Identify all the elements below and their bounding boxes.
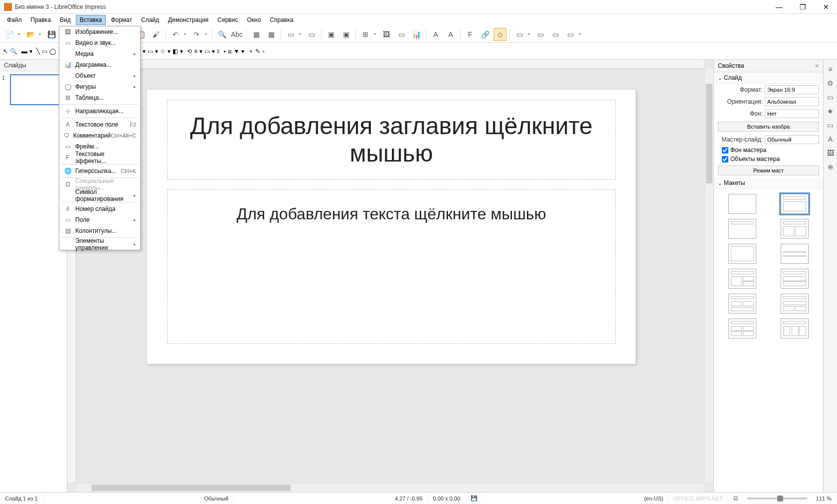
horizontal-scrollbar[interactable] — [76, 483, 703, 492]
slide-canvas[interactable]: Для добавления заглавия щёлкните мышью Д… — [147, 90, 636, 364]
stars-tool[interactable]: ☆ — [160, 48, 166, 55]
menu-insert[interactable]: Вставка — [76, 15, 106, 25]
layout-3[interactable] — [728, 219, 756, 239]
master-slide-button[interactable]: ▭ — [305, 28, 318, 41]
start-current-button[interactable]: ▣ — [339, 28, 352, 41]
duplicate-slide-button[interactable]: ▭ — [534, 28, 547, 41]
open-button[interactable]: 📂 — [24, 28, 37, 41]
redo-button[interactable]: ↷ — [190, 28, 203, 41]
crop-button[interactable]: ⧈ — [228, 48, 232, 55]
layout-7[interactable] — [728, 269, 756, 289]
distribute-tool[interactable]: ⫴ — [217, 48, 219, 55]
sidebar-styles-icon[interactable]: A — [825, 134, 836, 145]
menu-insert-slidenum[interactable]: #Номер слайда — [59, 203, 140, 214]
layout-12[interactable] — [781, 319, 809, 338]
zoom-tool[interactable]: 🔍 — [10, 48, 17, 55]
menu-insert-formatmark[interactable]: Символ форматирования▸ — [59, 190, 140, 201]
display-views-button[interactable]: ▭ — [284, 28, 297, 41]
content-placeholder[interactable]: Для добавления текста щёлкните мышью — [167, 189, 616, 344]
vertical-scrollbar[interactable] — [704, 69, 713, 482]
select-tool[interactable]: ↖ — [3, 48, 8, 55]
status-save-icon[interactable]: 💾 — [466, 495, 483, 502]
layout-5[interactable] — [728, 244, 756, 264]
menu-file[interactable]: Файл — [3, 15, 26, 25]
rotate-tool[interactable]: ⟲ — [187, 48, 192, 55]
find-button[interactable]: 🔍 — [215, 28, 228, 41]
insert-textbox-button[interactable]: A — [429, 28, 442, 41]
insert-image-button[interactable]: 🖼 — [380, 28, 393, 41]
insert-hyperlink-button[interactable]: 🔗 — [479, 28, 492, 41]
3d-tool[interactable]: ◧ — [172, 48, 178, 55]
points-button[interactable]: ⚬ — [248, 48, 253, 55]
new-slide-button[interactable]: ▭ — [513, 28, 526, 41]
sidebar-navigator-icon[interactable]: ⊕ — [825, 162, 836, 172]
sidebar-properties-icon[interactable]: ≡ — [825, 64, 836, 75]
menu-insert-image[interactable]: 🖼Изображение... — [59, 26, 140, 37]
undo-button[interactable]: ↶ — [169, 28, 182, 41]
sidebar-animation-icon[interactable]: ★ — [825, 106, 836, 117]
master-mode-button[interactable]: Режим маст — [718, 166, 819, 175]
line-tool[interactable]: ╲ — [36, 48, 40, 55]
menu-insert-chart[interactable]: 📊Диаграмма... — [59, 59, 140, 70]
layout-8[interactable] — [781, 269, 809, 289]
sidebar-gallery-icon[interactable]: 🖼 — [825, 148, 836, 159]
fill-color-button[interactable]: ▬ — [21, 48, 27, 55]
maximize-button[interactable]: ❐ — [796, 2, 810, 12]
start-first-button[interactable]: ▣ — [325, 28, 337, 41]
orientation-select[interactable]: Альбомная — [765, 97, 819, 106]
menu-insert-guide[interactable]: ⊹Направляющая... — [59, 106, 140, 117]
arrange-tool[interactable]: ▭ — [204, 48, 210, 55]
grid-button[interactable]: ▦ — [250, 28, 263, 41]
close-panel-button[interactable]: × — [815, 62, 819, 70]
menu-insert-video[interactable]: ▭Видео и звук... — [59, 37, 140, 48]
layout-4[interactable] — [781, 219, 809, 239]
layout-10[interactable] — [781, 294, 809, 314]
menu-insert-comment[interactable]: 🗨КомментарийCtrl+Alt+C — [59, 130, 140, 141]
spellcheck-button[interactable]: Abc — [230, 28, 243, 41]
menu-slide[interactable]: Слайд — [137, 15, 163, 25]
insert-chart-button[interactable]: 📊 — [410, 28, 423, 41]
zoom-slider[interactable] — [747, 498, 807, 500]
slide-thumbnail[interactable]: 1 — [3, 74, 64, 105]
menu-format[interactable]: Формат — [107, 15, 136, 25]
layouts-section-header[interactable]: Макеты — [714, 177, 823, 189]
ellipse-tool[interactable]: ◯ — [49, 48, 56, 55]
layout-6[interactable] — [781, 244, 809, 264]
zoom-fit-button[interactable]: ⊡ — [728, 495, 743, 502]
master-background-checkbox[interactable] — [722, 147, 728, 154]
title-placeholder[interactable]: Для добавления заглавия щёлкните мышью — [167, 100, 616, 179]
glue-button[interactable]: ✎ — [255, 48, 260, 55]
master-select[interactable]: Обычный — [765, 135, 819, 144]
menu-insert-texteffects[interactable]: FТекстовые эффекты... — [59, 152, 140, 163]
insert-text-vert-button[interactable]: A — [444, 28, 457, 41]
background-select[interactable]: Нет — [765, 109, 819, 118]
slide-layout-button[interactable]: ▭ — [564, 28, 577, 41]
sidebar-slide-icon[interactable]: ⚙ — [825, 78, 836, 89]
shadow-button[interactable]: ▪ — [223, 48, 225, 55]
layout-9[interactable] — [728, 294, 756, 314]
new-button[interactable]: 📄 — [3, 28, 16, 41]
menu-insert-table[interactable]: ⊞Таблица... — [59, 92, 140, 103]
snap-button[interactable]: ▦ — [265, 28, 278, 41]
menu-insert-controls[interactable]: Элементы управления▸ — [59, 239, 140, 250]
slide-section-header[interactable]: Слайд — [714, 72, 823, 84]
menu-edit[interactable]: Правка — [27, 15, 55, 25]
layout-11[interactable] — [728, 319, 756, 338]
rectangle-tool[interactable]: ▭ — [42, 48, 47, 55]
save-button[interactable]: 💾 — [45, 28, 58, 41]
minimize-button[interactable]: — — [772, 2, 787, 12]
insert-fontwork-button[interactable]: F — [464, 28, 477, 41]
menu-slideshow[interactable]: Демонстрация — [164, 15, 212, 25]
master-objects-checkbox[interactable] — [722, 156, 728, 163]
insert-table-button[interactable]: ⊞ — [359, 28, 372, 41]
callout-tool[interactable]: ▭ — [148, 48, 153, 55]
clone-format-button[interactable]: 🖌 — [150, 28, 163, 41]
layout-title-content[interactable] — [781, 194, 809, 214]
zoom-value[interactable]: 111 % — [811, 496, 837, 502]
align-tool[interactable]: ≡ — [194, 48, 197, 55]
insert-image-prop-button[interactable]: Вставить изобра — [718, 122, 819, 132]
menu-insert-hyperlink[interactable]: 🌐Гиперссылка...Ctrl+K — [59, 166, 140, 176]
menu-view[interactable]: Вид — [56, 15, 75, 25]
delete-slide-button[interactable]: ▭ — [549, 28, 562, 41]
menu-insert-shapes[interactable]: ◯Фигуры▸ — [59, 81, 140, 92]
